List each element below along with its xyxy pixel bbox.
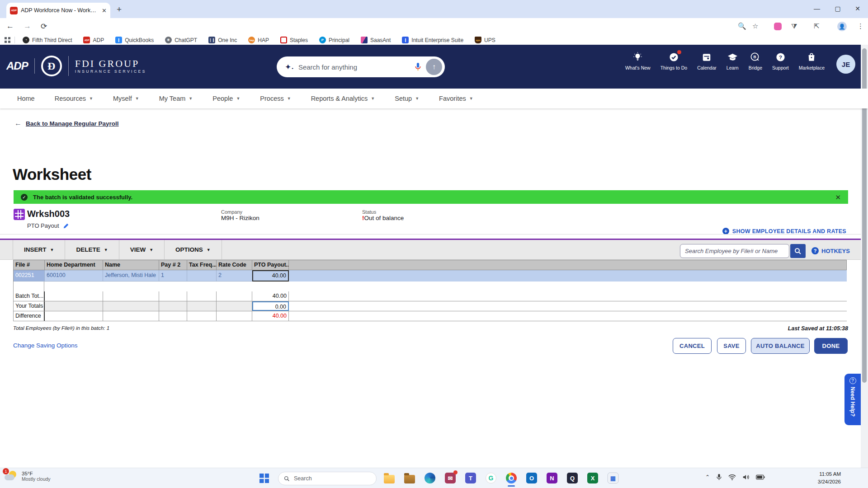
bookmark-hap[interactable]: hapHAP: [245, 37, 273, 43]
cancel-button[interactable]: CANCEL: [673, 338, 712, 354]
whats-new-button[interactable]: What's New: [625, 52, 651, 70]
options-menu-button[interactable]: OPTIONS▼: [165, 240, 222, 259]
nav-setup[interactable]: Setup▼: [395, 95, 419, 102]
search-submit-button[interactable]: ↑: [426, 59, 442, 75]
show-employee-details-link[interactable]: + SHOW EMPLOYEE DETAILS AND RATES: [722, 228, 846, 235]
user-avatar[interactable]: JE: [836, 55, 855, 74]
col-header-pto-payout[interactable]: PTO Payout...: [252, 260, 289, 270]
tab-close-icon[interactable]: ✕: [102, 8, 107, 14]
auto-balance-button[interactable]: AUTO BALANCE: [751, 338, 810, 354]
bookmark-saasant[interactable]: SaasAnt: [357, 37, 394, 43]
change-saving-options-link[interactable]: Change Saving Options: [13, 342, 78, 349]
bookmark-adp[interactable]: ADPADP: [80, 37, 108, 43]
col-header-pay2[interactable]: Pay # 2: [159, 260, 187, 270]
cell-rate-code[interactable]: 2: [217, 270, 252, 282]
nav-resources[interactable]: Resources▼: [55, 95, 93, 102]
col-header-rate-code[interactable]: Rate Code: [217, 260, 252, 270]
nav-people[interactable]: People▼: [212, 95, 240, 102]
reload-icon[interactable]: ⟳: [41, 22, 47, 31]
done-button[interactable]: DONE: [814, 338, 848, 354]
nav-process[interactable]: Process▼: [260, 95, 291, 102]
profile-avatar-icon[interactable]: 👤: [837, 22, 847, 31]
bookmark-one-inc[interactable]: ❘❙One Inc: [205, 37, 241, 43]
employee-search-button[interactable]: [790, 244, 806, 258]
bookmark-ups[interactable]: upsUPS: [471, 37, 499, 43]
employee-search-input[interactable]: [680, 244, 789, 258]
microphone-tray-icon[interactable]: [716, 474, 722, 481]
bookmark-intuit[interactable]: ❙Intuit Enterprise Suite: [398, 37, 467, 43]
things-to-do-button[interactable]: Things to Do: [660, 52, 688, 70]
bridge-button[interactable]: B Bridge: [749, 52, 762, 70]
window-close-button[interactable]: ✕: [850, 2, 865, 15]
window-minimize-button[interactable]: —: [809, 2, 825, 15]
your-totals-value[interactable]: 0.00: [252, 301, 289, 311]
hidden-icons-chevron[interactable]: ⌃: [705, 474, 710, 480]
save-button[interactable]: SAVE: [717, 338, 746, 354]
onenote-icon[interactable]: N: [546, 471, 558, 485]
taskbar-search[interactable]: Search: [278, 472, 377, 485]
outlook-icon[interactable]: O: [526, 471, 538, 485]
cell-pay2[interactable]: 1: [159, 270, 187, 282]
cell-pto-payout-selected[interactable]: 40.00: [252, 270, 289, 282]
file-explorer-icon[interactable]: [383, 471, 395, 485]
cast-device-icon[interactable]: ⇱: [814, 22, 820, 30]
apps-grid-icon[interactable]: [5, 37, 10, 43]
cell-file-number[interactable]: 002251: [14, 270, 45, 282]
hotkeys-link[interactable]: ? HOTKEYS: [811, 247, 850, 254]
nav-my-team[interactable]: My Team▼: [159, 95, 193, 102]
wifi-icon[interactable]: [728, 474, 736, 480]
taskbar-clock[interactable]: 11:05 AM 3/24/2026: [818, 470, 841, 486]
weather-widget[interactable]: 1 35°F Mostly cloudy: [5, 470, 51, 483]
global-search-input[interactable]: [298, 63, 410, 71]
cell-home-department[interactable]: 600100: [45, 270, 103, 282]
nav-favorites[interactable]: Favorites▼: [439, 95, 473, 102]
quickbooks-icon[interactable]: Q: [566, 471, 578, 485]
back-to-manage-payroll-link[interactable]: ← Back to Manage Regular Payroll: [14, 119, 119, 127]
nav-reports-analytics[interactable]: Reports & Analytics▼: [311, 95, 375, 102]
browser-menu-icon[interactable]: ⋮: [857, 22, 864, 30]
window-maximize-button[interactable]: ▢: [830, 2, 845, 15]
support-button[interactable]: ? Support: [772, 52, 789, 70]
cell-tax-freq[interactable]: [187, 270, 217, 282]
zoom-icon[interactable]: 🔍: [738, 22, 746, 30]
app-red-badge-icon[interactable]: ✉: [444, 471, 456, 485]
excel-icon[interactable]: X: [587, 471, 599, 485]
global-search[interactable]: ✦˖ ↑: [277, 56, 445, 77]
teams-icon[interactable]: T: [465, 471, 476, 485]
cell-name[interactable]: Jefferson, Misti Hale: [103, 270, 159, 282]
insert-menu-button[interactable]: INSERT▼: [13, 240, 65, 259]
spreadsheet-grid-icon[interactable]: ▦: [607, 471, 619, 485]
speaker-icon[interactable]: [742, 474, 750, 480]
folder-brown-icon[interactable]: [404, 471, 415, 485]
grammarly-icon[interactable]: G: [485, 471, 497, 485]
bookmark-staples[interactable]: Staples: [277, 37, 311, 43]
delete-menu-button[interactable]: DELETE▼: [65, 240, 119, 259]
calendar-button[interactable]: Calendar: [697, 52, 717, 70]
extensions-puzzle-icon[interactable]: ⧩: [791, 22, 797, 30]
bookmark-quickbooks[interactable]: ❙QuickBooks: [112, 37, 157, 43]
col-header-name[interactable]: Name: [103, 260, 159, 270]
edge-icon[interactable]: [424, 471, 436, 485]
need-help-tab[interactable]: ? Need Help?: [844, 374, 861, 425]
nav-myself[interactable]: Myself▼: [113, 95, 139, 102]
marketplace-button[interactable]: Marketplace: [799, 52, 825, 70]
col-header-tax-freq[interactable]: Tax Freq...: [187, 260, 217, 270]
edit-pencil-icon[interactable]: [63, 223, 69, 229]
new-tab-button[interactable]: +: [117, 5, 122, 14]
forward-icon[interactable]: →: [24, 22, 31, 31]
microphone-icon[interactable]: [415, 62, 421, 71]
col-header-home-department[interactable]: Home Department: [45, 260, 103, 270]
learn-button[interactable]: Learn: [726, 52, 739, 70]
view-menu-button[interactable]: VIEW▼: [119, 240, 165, 259]
battery-icon[interactable]: [756, 474, 765, 480]
col-header-file[interactable]: File #: [14, 260, 45, 270]
employee-row[interactable]: 002251 600100 Jefferson, Misti Hale 1 2 …: [13, 270, 847, 282]
browser-tab[interactable]: ADP ADP Workforce Now - Workshe ✕: [6, 3, 110, 18]
bookmark-fifth-third[interactable]: ◔Fifth Third Direct: [19, 37, 75, 43]
bookmark-principal[interactable]: PPrincipal: [316, 37, 353, 43]
chrome-icon-active[interactable]: [505, 471, 517, 485]
extension-pink-icon[interactable]: [774, 23, 782, 30]
banner-close-icon[interactable]: ✕: [835, 194, 841, 201]
bookmark-star-icon[interactable]: ☆: [752, 22, 758, 30]
nav-home[interactable]: Home: [17, 95, 35, 102]
